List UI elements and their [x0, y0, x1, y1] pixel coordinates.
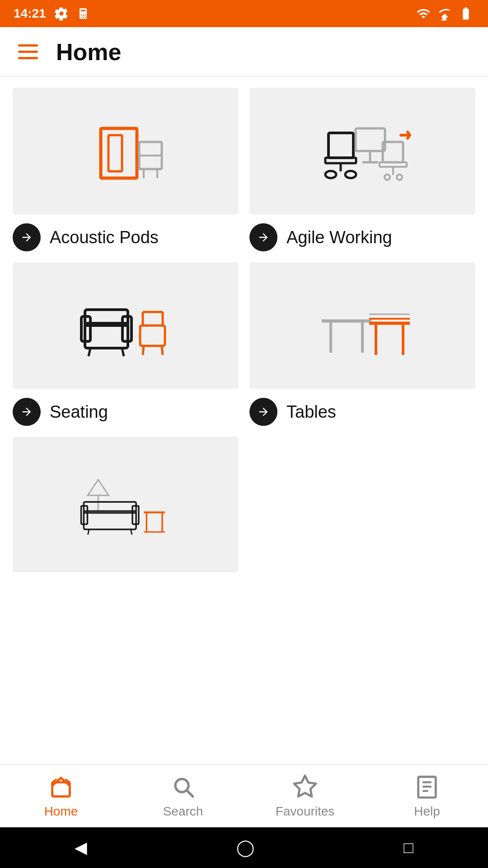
app-header: Home	[0, 27, 488, 77]
tables-icon	[313, 285, 412, 366]
acoustic-pods-icon	[76, 110, 175, 192]
svg-point-18	[397, 175, 402, 180]
category-card-soft-furnishings[interactable]	[13, 437, 239, 572]
sim-icon	[77, 6, 89, 21]
nav-item-favourites[interactable]: Favourites	[244, 769, 366, 823]
battery-icon	[457, 6, 474, 21]
help-nav-label: Help	[414, 804, 440, 819]
acoustic-pods-text: Acoustic Pods	[50, 228, 159, 247]
agile-working-label: Agile Working	[249, 223, 475, 251]
seating-image	[13, 262, 239, 389]
main-content: Acoustic Pods	[0, 77, 488, 764]
acoustic-pods-image	[13, 88, 239, 214]
status-right	[415, 6, 474, 21]
bottom-navigation: Home Search Favourites Help	[0, 764, 488, 827]
agile-working-image	[249, 88, 475, 214]
agile-working-text: Agile Working	[286, 228, 392, 247]
svg-point-17	[385, 175, 390, 180]
svg-point-9	[325, 171, 336, 178]
soft-furnishings-icon	[76, 464, 175, 545]
seating-icon	[76, 285, 175, 366]
agile-working-icon	[313, 110, 412, 192]
svg-line-29	[143, 346, 144, 355]
svg-rect-15	[380, 162, 407, 167]
hamburger-menu-button[interactable]	[18, 44, 38, 59]
category-card-seating[interactable]: Seating	[13, 262, 239, 426]
search-nav-label: Search	[163, 804, 203, 819]
nav-item-help[interactable]: Help	[366, 769, 488, 823]
svg-rect-42	[84, 511, 136, 529]
acoustic-pods-arrow[interactable]	[13, 223, 41, 251]
home-icon	[48, 774, 74, 800]
home-button[interactable]: ◯	[236, 838, 254, 857]
seating-label: Seating	[13, 398, 239, 426]
svg-line-54	[187, 790, 192, 796]
category-grid: Acoustic Pods	[13, 88, 475, 572]
category-card-agile-working[interactable]: Agile Working	[249, 88, 475, 251]
tables-image	[249, 262, 475, 389]
home-nav-label: Home	[44, 804, 78, 819]
svg-rect-25	[140, 326, 165, 346]
svg-rect-6	[328, 133, 353, 158]
seating-arrow[interactable]	[13, 398, 41, 426]
status-time: 14:21	[14, 6, 46, 21]
wifi-icon	[415, 6, 432, 21]
svg-marker-39	[88, 480, 108, 495]
nav-item-search[interactable]: Search	[122, 769, 244, 823]
tables-label: Tables	[249, 398, 475, 426]
acoustic-pods-label: Acoustic Pods	[13, 223, 239, 251]
search-icon	[170, 774, 196, 800]
signal-icon	[438, 6, 451, 21]
svg-rect-1	[108, 135, 122, 171]
svg-point-10	[345, 171, 356, 178]
soft-furnishings-image	[13, 437, 239, 572]
agile-working-arrow[interactable]	[249, 223, 277, 251]
recents-button[interactable]: □	[404, 838, 413, 857]
svg-line-30	[162, 346, 163, 355]
favourites-nav-label: Favourites	[276, 804, 335, 819]
svg-rect-11	[356, 128, 385, 151]
seating-text: Seating	[50, 402, 108, 422]
star-icon	[292, 774, 318, 800]
nav-item-home[interactable]: Home	[0, 769, 122, 823]
category-card-tables[interactable]: Tables	[249, 262, 475, 426]
back-button[interactable]: ◀	[75, 838, 87, 857]
svg-rect-7	[325, 158, 356, 163]
gear-icon	[54, 6, 69, 21]
page-title: Home	[56, 38, 121, 66]
tables-text: Tables	[286, 402, 336, 422]
help-icon	[414, 774, 440, 800]
status-bar: 14:21	[0, 0, 488, 27]
category-card-acoustic-pods[interactable]: Acoustic Pods	[13, 88, 239, 251]
tables-arrow[interactable]	[249, 398, 277, 426]
android-navigation-bar: ◀ ◯ □	[0, 827, 488, 868]
status-left: 14:21	[14, 6, 89, 21]
